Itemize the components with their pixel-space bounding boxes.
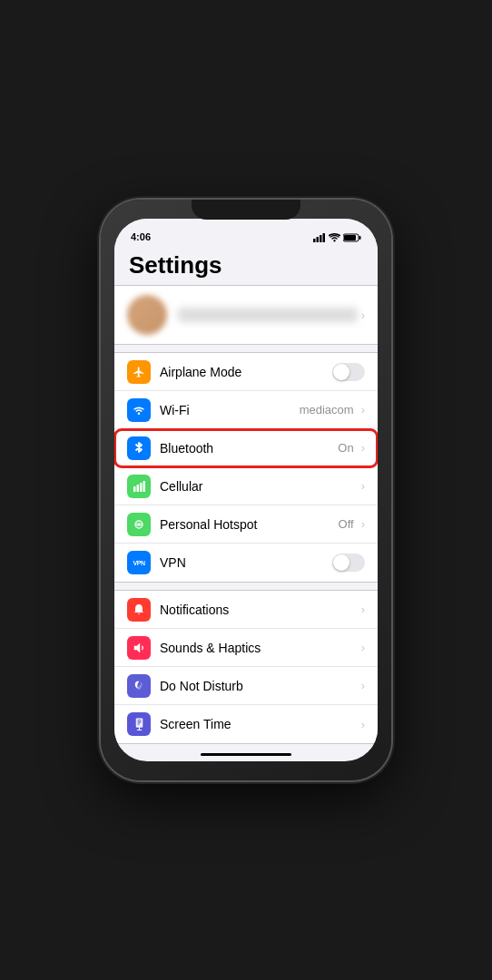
screentime-chevron: › xyxy=(361,718,365,731)
status-bar: 4:06 xyxy=(114,219,378,244)
battery-icon xyxy=(343,233,361,242)
system-section: Notifications › Sounds & Haptics › xyxy=(114,590,378,744)
svg-marker-14 xyxy=(134,642,140,652)
notch xyxy=(192,200,300,220)
bluetooth-value: On xyxy=(338,441,353,455)
wifi-value: mediacom xyxy=(300,403,354,416)
avatar xyxy=(127,295,167,335)
bluetooth-row[interactable]: Bluetooth On › xyxy=(114,429,378,467)
svg-rect-0 xyxy=(313,239,316,242)
screentime-icon xyxy=(127,712,151,736)
page-title: Settings xyxy=(114,244,378,285)
wifi-icon xyxy=(329,233,340,242)
svg-rect-18 xyxy=(137,723,140,724)
dnd-chevron: › xyxy=(361,679,365,692)
wifi-label: Wi-Fi xyxy=(160,403,300,417)
svg-rect-1 xyxy=(317,237,320,242)
vpn-row[interactable]: VPN VPN xyxy=(114,544,378,582)
svg-point-13 xyxy=(137,523,141,526)
airplane-mode-icon xyxy=(127,360,151,384)
status-icons xyxy=(313,233,361,242)
dnd-label: Do Not Disturb xyxy=(160,679,358,693)
home-indicator[interactable] xyxy=(201,753,291,756)
wifi-row-icon xyxy=(127,398,151,422)
svg-rect-9 xyxy=(133,486,136,492)
svg-rect-7 xyxy=(359,236,361,240)
sounds-icon xyxy=(127,636,151,660)
signal-icon xyxy=(313,233,326,242)
status-time: 4:06 xyxy=(131,231,151,242)
hotspot-icon xyxy=(127,513,151,536)
svg-rect-11 xyxy=(140,483,143,492)
notifications-label: Notifications xyxy=(160,603,358,617)
notifications-row[interactable]: Notifications › xyxy=(114,591,378,629)
bluetooth-icon xyxy=(127,436,151,460)
wifi-chevron: › xyxy=(361,403,365,416)
svg-rect-12 xyxy=(143,481,145,492)
airplane-mode-row[interactable]: Airplane Mode xyxy=(114,353,378,391)
airplane-mode-toggle[interactable] xyxy=(332,363,365,381)
svg-point-4 xyxy=(334,240,336,242)
profile-chevron: › xyxy=(361,309,365,322)
svg-rect-17 xyxy=(137,721,141,722)
svg-point-8 xyxy=(138,412,141,415)
profile-info xyxy=(178,308,358,322)
vpn-toggle[interactable] xyxy=(332,554,365,572)
notifications-icon xyxy=(127,598,151,622)
bluetooth-label: Bluetooth xyxy=(160,441,338,456)
airplane-mode-label: Airplane Mode xyxy=(160,365,332,379)
svg-rect-6 xyxy=(344,235,356,240)
profile-row[interactable]: › xyxy=(114,285,378,345)
notifications-chevron: › xyxy=(361,603,365,616)
screentime-label: Screen Time xyxy=(160,717,358,731)
svg-rect-10 xyxy=(136,485,139,492)
sounds-chevron: › xyxy=(361,641,365,654)
settings-content: Settings › Airplane Mode xyxy=(114,244,378,750)
hotspot-row[interactable]: Personal Hotspot Off › xyxy=(114,505,378,544)
screentime-row[interactable]: Screen Time › xyxy=(114,705,378,743)
dnd-icon xyxy=(127,674,151,698)
vpn-label: VPN xyxy=(160,555,332,570)
phone-frame: 4:06 xyxy=(101,200,391,780)
svg-rect-15 xyxy=(135,719,143,728)
connectivity-section: Airplane Mode Wi-Fi mediacom › xyxy=(114,352,378,583)
wifi-row[interactable]: Wi-Fi mediacom › xyxy=(114,391,378,429)
bluetooth-chevron: › xyxy=(361,441,365,455)
hotspot-value: Off xyxy=(339,517,354,531)
sounds-label: Sounds & Haptics xyxy=(160,641,358,655)
phone-screen: 4:06 xyxy=(114,219,378,761)
vpn-icon: VPN xyxy=(127,551,151,574)
svg-rect-3 xyxy=(323,233,326,242)
hotspot-chevron: › xyxy=(361,517,365,531)
cellular-chevron: › xyxy=(361,479,365,493)
cellular-icon xyxy=(127,475,151,498)
sounds-row[interactable]: Sounds & Haptics › xyxy=(114,629,378,667)
dnd-row[interactable]: Do Not Disturb › xyxy=(114,667,378,705)
svg-rect-16 xyxy=(137,720,141,720)
svg-rect-2 xyxy=(320,235,322,242)
cellular-label: Cellular xyxy=(160,479,358,494)
cellular-row[interactable]: Cellular › xyxy=(114,467,378,505)
hotspot-label: Personal Hotspot xyxy=(160,517,339,532)
